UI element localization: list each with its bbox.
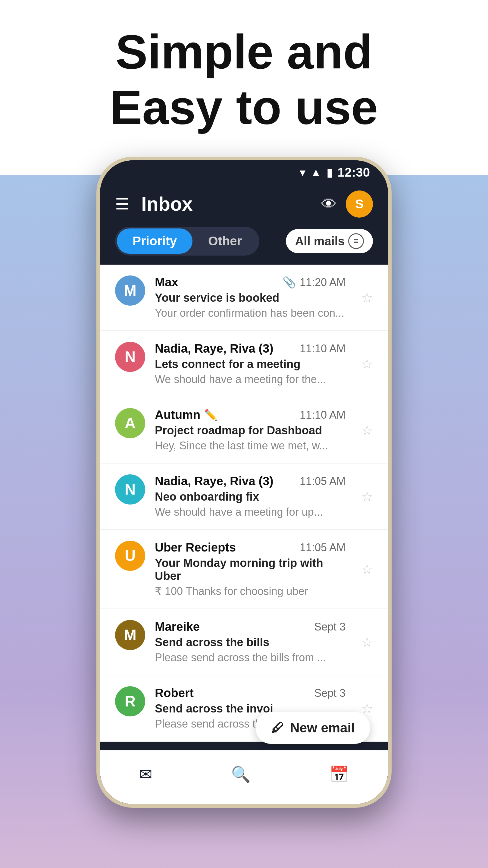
signal-icon: ▲	[310, 166, 322, 179]
email-preview: Your order confirmation has been con...	[155, 307, 346, 319]
email-list: M Max 📎 11:20 AM Your service is booked …	[100, 265, 388, 804]
bottom-nav: ✉ 🔍 📅	[100, 750, 388, 804]
email-top: Robert Sept 3	[155, 686, 346, 700]
star-button[interactable]: ☆	[361, 561, 373, 577]
email-time: 11:10 AM	[300, 342, 346, 355]
email-time: 11:05 AM	[300, 541, 346, 554]
tab-other[interactable]: Other	[193, 228, 258, 254]
email-item[interactable]: N Nadia, Raye, Riva (3) 11:10 AM Lets co…	[100, 331, 388, 397]
email-sender: Robert	[155, 686, 194, 700]
app-header: ☰ Inbox 👁 S	[100, 184, 388, 227]
status-icons: ▾ ▲ ▮ 12:30	[300, 165, 370, 180]
email-top: Max 📎 11:20 AM	[155, 276, 346, 289]
email-sender: Uber Reciepts	[155, 541, 236, 554]
email-sender: Max	[155, 276, 178, 289]
nav-calendar[interactable]: 📅	[329, 765, 349, 784]
email-top: Autumn ✏️ 11:10 AM	[155, 408, 346, 422]
email-top: Uber Reciepts 11:05 AM	[155, 541, 346, 554]
email-content: Uber Reciepts 11:05 AM Your Monday morni…	[155, 541, 346, 598]
compose-icon: 🖊	[271, 720, 284, 735]
sender-avatar: R	[115, 686, 145, 716]
wifi-icon: ▾	[300, 166, 305, 179]
email-sender: Mareike	[155, 620, 200, 633]
hamburger-icon[interactable]: ☰	[115, 196, 129, 212]
nav-search[interactable]: 🔍	[231, 765, 251, 784]
email-sender: Nadia, Raye, Riva (3)	[155, 474, 273, 488]
star-button[interactable]: ☆	[361, 634, 373, 650]
mail-icon: ✉	[139, 765, 153, 783]
filter-icon: ≡	[348, 233, 364, 249]
star-button[interactable]: ☆	[361, 701, 373, 716]
email-time: Sept 3	[314, 687, 346, 700]
star-button[interactable]: ☆	[361, 423, 373, 438]
email-preview: We should have a meeting for up...	[155, 506, 346, 518]
header-actions: 👁 S	[321, 190, 373, 218]
eye-icon[interactable]: 👁	[321, 195, 337, 213]
email-content: Mareike Sept 3 Send across the bills Ple…	[155, 620, 346, 664]
email-time: Sept 3	[314, 621, 346, 633]
email-top: Nadia, Raye, Riva (3) 11:10 AM	[155, 342, 346, 355]
search-icon: 🔍	[231, 765, 251, 784]
star-button[interactable]: ☆	[361, 489, 373, 504]
nav-mail[interactable]: ✉	[139, 765, 153, 783]
email-item[interactable]: N Nadia, Raye, Riva (3) 11:05 AM Neo onb…	[100, 464, 388, 530]
new-email-fab[interactable]: 🖊 New email	[256, 712, 370, 744]
email-item[interactable]: U Uber Reciepts 11:05 AM Your Monday mor…	[100, 530, 388, 609]
edit-icon: ✏️	[204, 409, 218, 421]
email-sender: Autumn ✏️	[155, 408, 218, 422]
tab-group: Priority Other	[115, 227, 259, 255]
battery-icon: ▮	[327, 166, 333, 179]
email-content: Autumn ✏️ 11:10 AM Project roadmap for D…	[155, 408, 346, 452]
email-item[interactable]: M Mareike Sept 3 Send across the bills P…	[100, 609, 388, 675]
email-sender: Nadia, Raye, Riva (3)	[155, 342, 273, 355]
star-button[interactable]: ☆	[361, 356, 373, 372]
sender-avatar: N	[115, 474, 145, 504]
email-time: 📎 11:20 AM	[283, 276, 346, 289]
phone-wrapper: ▾ ▲ ▮ 12:30 ☰ Inbox 👁 S	[96, 157, 392, 808]
email-time: 11:05 AM	[300, 475, 346, 488]
email-content: Nadia, Raye, Riva (3) 11:05 AM Neo onboa…	[155, 474, 346, 518]
hero-line1: Simple and	[0, 24, 488, 80]
user-avatar[interactable]: S	[346, 190, 373, 218]
phone-frame: ▾ ▲ ▮ 12:30 ☰ Inbox 👁 S	[96, 157, 392, 808]
email-preview: Please send across the bills from ...	[155, 651, 346, 664]
email-top: Mareike Sept 3	[155, 620, 346, 633]
sender-avatar: M	[115, 276, 145, 306]
email-item[interactable]: A Autumn ✏️ 11:10 AM Project roadmap for…	[100, 397, 388, 464]
hero-title: Simple and Easy to use	[0, 24, 488, 135]
email-subject: Lets connect for a meeting	[155, 358, 346, 371]
email-subject: Your service is booked	[155, 291, 346, 304]
sender-avatar: M	[115, 620, 145, 650]
sender-avatar: U	[115, 541, 145, 571]
star-button[interactable]: ☆	[361, 290, 373, 305]
email-item[interactable]: M Max 📎 11:20 AM Your service is booked …	[100, 265, 388, 331]
sender-avatar: N	[115, 342, 145, 372]
tab-priority[interactable]: Priority	[117, 228, 193, 254]
hero-line2: Easy to use	[0, 80, 488, 135]
calendar-icon: 📅	[329, 765, 349, 784]
status-time: 12:30	[338, 165, 370, 180]
email-top: Nadia, Raye, Riva (3) 11:05 AM	[155, 474, 346, 488]
email-subject: Project roadmap for Dashboad	[155, 424, 346, 437]
all-mails-filter[interactable]: All mails ≡	[286, 229, 373, 253]
email-preview: Hey, Since the last time we met, w...	[155, 439, 346, 452]
email-list-inner: M Max 📎 11:20 AM Your service is booked …	[100, 265, 388, 742]
email-content: Max 📎 11:20 AM Your service is booked Yo…	[155, 276, 346, 319]
new-email-label: New email	[290, 720, 355, 735]
email-preview: ₹ 100 Thanks for choosing uber	[155, 585, 346, 598]
email-preview: We should have a meeting for the...	[155, 373, 346, 386]
email-subject: Neo onboarding fix	[155, 490, 346, 503]
status-bar: ▾ ▲ ▮ 12:30	[100, 160, 388, 184]
email-time: 11:10 AM	[300, 409, 346, 421]
email-subject: Your Monday morning trip with Uber	[155, 557, 346, 583]
email-subject: Send across the bills	[155, 636, 346, 649]
tab-bar: Priority Other All mails ≡	[100, 227, 388, 265]
phone-inner: ▾ ▲ ▮ 12:30 ☰ Inbox 👁 S	[100, 160, 388, 804]
inbox-title: Inbox	[141, 193, 321, 215]
email-content: Nadia, Raye, Riva (3) 11:10 AM Lets conn…	[155, 342, 346, 386]
sender-avatar: A	[115, 408, 145, 438]
attachment-icon: 📎	[283, 276, 296, 289]
